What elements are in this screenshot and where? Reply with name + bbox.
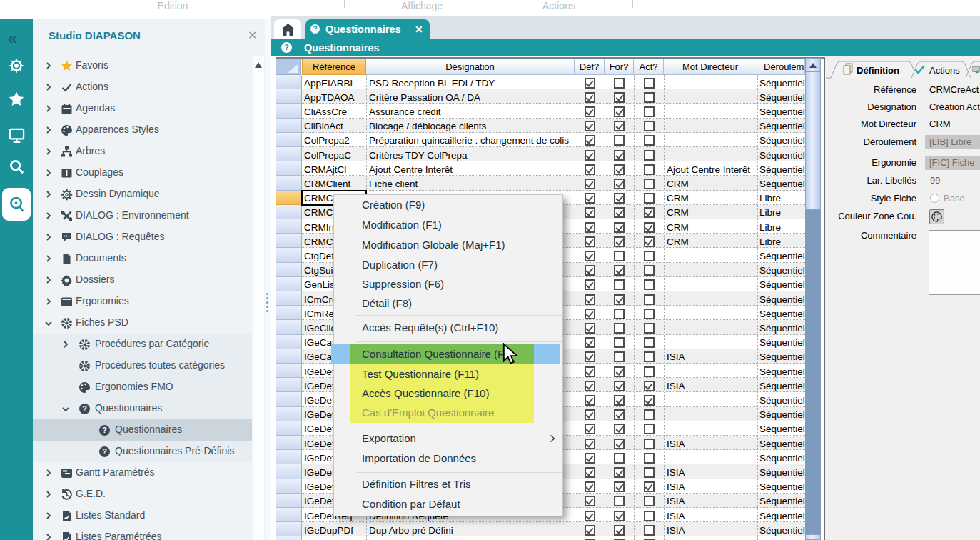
svg-text:?: ?	[82, 404, 87, 413]
svg-text:?: ?	[102, 447, 107, 456]
svg-text:?: ?	[102, 426, 107, 434]
